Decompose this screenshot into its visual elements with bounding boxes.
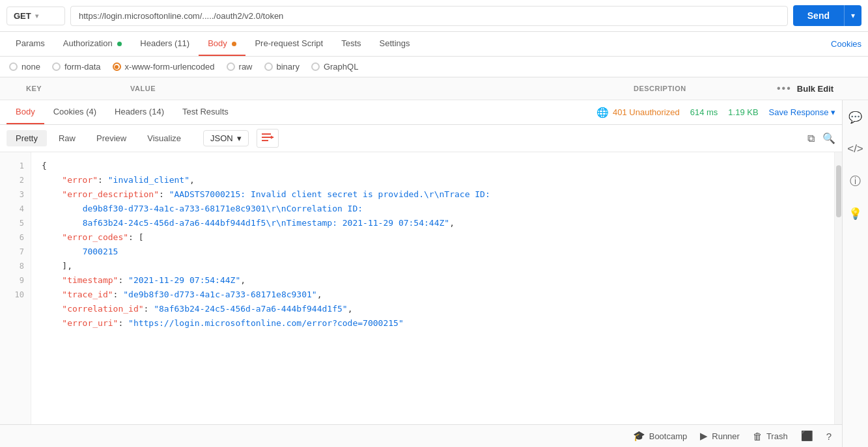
method-chevron: ▾ xyxy=(35,12,38,20)
main-content: Body Cookies (4) Headers (14) Test Resul… xyxy=(0,100,842,447)
status-badge: 🌐 401 Unauthorized xyxy=(596,107,680,118)
line-num-9: 7 xyxy=(0,245,31,259)
code-line-6: ], xyxy=(42,259,824,273)
resp-tab-body[interactable]: Body xyxy=(7,100,44,124)
tab-body[interactable]: Body xyxy=(199,32,245,56)
radio-raw[interactable] xyxy=(227,62,235,71)
resp-tab-headers[interactable]: Headers (14) xyxy=(105,100,173,124)
params-table-header: KEY VALUE DESCRIPTION ••• Bulk Edit xyxy=(0,77,868,100)
response-time: 614 ms xyxy=(690,107,718,117)
column-actions: ••• Bulk Edit xyxy=(777,83,868,94)
tab-settings[interactable]: Settings xyxy=(371,32,419,56)
line-num-2: 2 xyxy=(0,173,31,187)
method-select[interactable]: GET ▾ xyxy=(7,7,65,25)
bootcamp-button[interactable]: 🎓 Bootcamp xyxy=(633,430,688,442)
column-description: DESCRIPTION xyxy=(634,85,777,92)
method-label: GET xyxy=(14,11,31,21)
column-value: VALUE xyxy=(130,85,634,92)
help-button[interactable]: ? xyxy=(826,431,832,442)
body-type-binary[interactable]: binary xyxy=(264,62,300,72)
resp-tab-test-results[interactable]: Test Results xyxy=(173,100,238,124)
more-options-icon[interactable]: ••• xyxy=(777,83,792,94)
response-format-bar: Pretty Raw Preview Visualize JSON ▾ ⧉ 🔍 xyxy=(0,125,842,152)
body-type-raw[interactable]: raw xyxy=(227,62,253,72)
response-size: 1.19 KB xyxy=(728,107,758,117)
tab-params[interactable]: Params xyxy=(7,32,54,56)
radio-none[interactable] xyxy=(9,62,18,71)
authorization-dot xyxy=(117,42,122,46)
right-sidebar: 💬 </> ⓘ 💡 xyxy=(842,100,868,447)
bootcamp-icon: 🎓 xyxy=(633,430,645,442)
cookies-link[interactable]: Cookies xyxy=(831,33,861,55)
code-line-5: 7000215 xyxy=(42,245,824,259)
body-dot xyxy=(232,42,236,46)
format-tab-raw[interactable]: Raw xyxy=(49,130,85,146)
code-line-1: { xyxy=(42,159,824,173)
search-icon[interactable]: 🔍 xyxy=(822,132,835,144)
format-tab-visualize[interactable]: Visualize xyxy=(138,130,190,146)
content-wrapper: Body Cookies (4) Headers (14) Test Resul… xyxy=(0,100,868,447)
radio-binary[interactable] xyxy=(264,62,273,71)
copy-icon[interactable]: ⧉ xyxy=(807,132,815,144)
json-format-select[interactable]: JSON ▾ xyxy=(203,130,249,146)
body-type-form-data[interactable]: form-data xyxy=(52,62,101,72)
body-type-urlencoded[interactable]: x-www-form-urlencoded xyxy=(113,62,215,72)
code-line-3: "error_description": "AADSTS7000215: Inv… xyxy=(42,187,824,202)
url-bar: GET ▾ Send ▾ xyxy=(0,0,868,32)
radio-graphql[interactable] xyxy=(311,62,320,71)
tab-authorization[interactable]: Authorization xyxy=(54,32,132,56)
format-tab-preview[interactable]: Preview xyxy=(87,130,135,146)
line-num-7: 5 xyxy=(0,216,31,230)
runner-button[interactable]: ▶ Runner xyxy=(700,430,740,442)
tab-tests[interactable]: Tests xyxy=(332,32,370,56)
sidebar-info-icon[interactable]: ⓘ xyxy=(846,170,865,193)
send-dropdown-button[interactable]: ▾ xyxy=(844,5,861,26)
status-code: 401 Unauthorized xyxy=(613,107,680,117)
code-line-8: "trace_id": "de9b8f30-d773-4a1c-a733-681… xyxy=(42,288,824,302)
sidebar-lightbulb-icon[interactable]: 💡 xyxy=(845,203,866,224)
code-line-7: "timestamp": "2021-11-29 07:54:44Z", xyxy=(42,273,824,288)
globe-icon: 🌐 xyxy=(596,107,609,118)
code-line-3b: de9b8f30-d773-4a1c-a733-68171e8c9301\r\n… xyxy=(42,202,824,216)
format-tab-pretty[interactable]: Pretty xyxy=(7,130,47,146)
tab-headers[interactable]: Headers (11) xyxy=(131,32,199,56)
sidebar-comment-icon[interactable]: 💬 xyxy=(845,107,866,128)
format-right-icons: ⧉ 🔍 xyxy=(807,132,835,144)
code-line-9: "correlation_id": "8af63b24-24c5-456d-a7… xyxy=(42,302,824,316)
line-num-10: 8 xyxy=(0,259,31,273)
line-num-1: 1 xyxy=(0,159,31,173)
line-numbers: 1 2 3 4 5 6 7 8 9 10 xyxy=(0,152,31,424)
send-button-group: Send ▾ xyxy=(793,5,861,26)
line-num-3: 3 xyxy=(0,187,31,202)
line-num-11: 9 xyxy=(0,273,31,288)
scrollbar-thumb[interactable] xyxy=(836,165,841,217)
body-type-graphql[interactable]: GraphQL xyxy=(311,62,358,72)
save-response-button[interactable]: Save Response ▾ xyxy=(769,107,835,117)
tab-pre-request-script[interactable]: Pre-request Script xyxy=(245,32,332,56)
code-content[interactable]: { "error": "invalid_client", "error_desc… xyxy=(31,152,834,424)
resp-tab-cookies[interactable]: Cookies (4) xyxy=(44,100,105,124)
send-button[interactable]: Send xyxy=(793,5,844,26)
line-num-12: 10 xyxy=(0,288,31,302)
line-num-6: 4 xyxy=(0,202,31,216)
radio-form-data[interactable] xyxy=(52,62,61,71)
trash-button[interactable]: 🗑 Trash xyxy=(753,431,788,442)
console-icon: ⬛ xyxy=(801,430,813,442)
code-line-2: "error": "invalid_client", xyxy=(42,173,824,187)
column-key: KEY xyxy=(0,85,130,92)
trash-icon: 🗑 xyxy=(753,431,763,442)
bulk-edit-button[interactable]: Bulk Edit xyxy=(797,84,833,94)
code-area[interactable]: 1 2 3 4 5 6 7 8 9 10 { "error": "invalid… xyxy=(0,152,842,424)
body-type-selector: none form-data x-www-form-urlencoded raw… xyxy=(0,57,868,77)
request-tabs: Params Authorization Headers (11) Body P… xyxy=(0,32,868,57)
radio-urlencoded[interactable] xyxy=(113,62,121,71)
response-status: 🌐 401 Unauthorized 614 ms 1.19 KB Save R… xyxy=(596,107,835,118)
sidebar-code-icon[interactable]: </> xyxy=(843,139,867,159)
runner-icon: ▶ xyxy=(700,430,708,442)
scrollbar-track[interactable] xyxy=(834,152,842,424)
url-input[interactable] xyxy=(70,6,788,26)
wrap-lines-icon[interactable] xyxy=(257,129,279,148)
code-line-3c: 8af63b24-24c5-456d-a7a6-444bf944d1f5\r\n… xyxy=(42,216,824,230)
console-button[interactable]: ⬛ xyxy=(801,430,813,442)
body-type-none[interactable]: none xyxy=(9,62,40,72)
